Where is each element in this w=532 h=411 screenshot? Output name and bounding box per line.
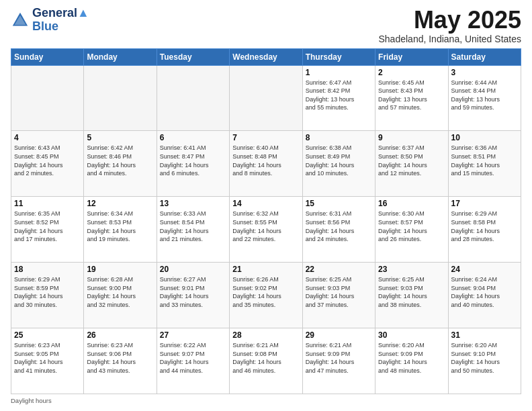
calendar-cell: 18Sunrise: 6:29 AM Sunset: 8:59 PM Dayli…	[11, 263, 84, 328]
day-number: 21	[232, 265, 299, 274]
calendar-cell: 8Sunrise: 6:38 AM Sunset: 8:49 PM Daylig…	[302, 131, 375, 197]
day-info: Sunrise: 6:43 AM Sunset: 8:45 PM Dayligh…	[14, 144, 81, 177]
day-info: Sunrise: 6:42 AM Sunset: 8:46 PM Dayligh…	[87, 144, 153, 177]
calendar-cell: 17Sunrise: 6:29 AM Sunset: 8:58 PM Dayli…	[448, 197, 521, 263]
calendar-week-2: 4Sunrise: 6:43 AM Sunset: 8:45 PM Daylig…	[11, 131, 521, 197]
day-info: Sunrise: 6:35 AM Sunset: 8:52 PM Dayligh…	[14, 210, 81, 243]
day-number: 22	[306, 265, 372, 274]
calendar-cell	[11, 65, 84, 131]
calendar-cell: 6Sunrise: 6:41 AM Sunset: 8:47 PM Daylig…	[157, 131, 229, 197]
day-info: Sunrise: 6:28 AM Sunset: 9:00 PM Dayligh…	[87, 275, 153, 309]
calendar-week-3: 11Sunrise: 6:35 AM Sunset: 8:52 PM Dayli…	[11, 197, 521, 263]
day-number: 17	[451, 199, 518, 208]
day-number: 9	[378, 133, 445, 142]
day-number: 7	[232, 133, 299, 142]
day-number: 28	[232, 330, 299, 340]
calendar-week-1: 1Sunrise: 6:47 AM Sunset: 8:42 PM Daylig…	[11, 65, 521, 131]
calendar-cell: 30Sunrise: 6:20 AM Sunset: 9:09 PM Dayli…	[375, 328, 448, 394]
calendar-cell: 14Sunrise: 6:32 AM Sunset: 8:55 PM Dayli…	[230, 197, 302, 263]
day-number: 8	[306, 133, 372, 142]
calendar-header-saturday: Saturday	[448, 48, 521, 65]
day-number: 6	[160, 133, 226, 142]
day-info: Sunrise: 6:20 AM Sunset: 9:10 PM Dayligh…	[451, 341, 518, 375]
day-info: Sunrise: 6:38 AM Sunset: 8:49 PM Dayligh…	[306, 144, 372, 177]
logo-text: General▲ Blue	[32, 7, 89, 34]
title-block: May 2025 Shadeland, Indiana, United Stat…	[379, 7, 522, 44]
day-info: Sunrise: 6:22 AM Sunset: 9:07 PM Dayligh…	[160, 341, 226, 375]
calendar-header-monday: Monday	[84, 48, 157, 65]
day-number: 27	[160, 330, 226, 340]
logo: General▲ Blue	[11, 7, 89, 34]
day-info: Sunrise: 6:25 AM Sunset: 9:03 PM Dayligh…	[378, 275, 445, 309]
calendar-cell: 1Sunrise: 6:47 AM Sunset: 8:42 PM Daylig…	[302, 65, 375, 131]
header: General▲ Blue May 2025 Shadeland, Indian…	[11, 7, 521, 44]
day-number: 23	[378, 265, 445, 274]
calendar-cell: 2Sunrise: 6:45 AM Sunset: 8:43 PM Daylig…	[375, 65, 448, 131]
day-info: Sunrise: 6:31 AM Sunset: 8:56 PM Dayligh…	[306, 210, 372, 243]
day-number: 1	[306, 68, 372, 77]
day-info: Sunrise: 6:21 AM Sunset: 9:08 PM Dayligh…	[232, 341, 299, 375]
day-number: 15	[306, 199, 372, 208]
day-info: Sunrise: 6:34 AM Sunset: 8:53 PM Dayligh…	[87, 210, 153, 243]
logo-icon	[11, 11, 30, 30]
day-number: 29	[306, 330, 372, 340]
calendar-cell: 19Sunrise: 6:28 AM Sunset: 9:00 PM Dayli…	[84, 263, 157, 328]
day-number: 2	[378, 68, 445, 77]
calendar-cell: 4Sunrise: 6:43 AM Sunset: 8:45 PM Daylig…	[11, 131, 84, 197]
calendar-cell: 13Sunrise: 6:33 AM Sunset: 8:54 PM Dayli…	[157, 197, 229, 263]
day-number: 3	[451, 68, 518, 77]
day-number: 20	[160, 265, 226, 274]
calendar-cell: 20Sunrise: 6:27 AM Sunset: 9:01 PM Dayli…	[157, 263, 229, 328]
day-info: Sunrise: 6:24 AM Sunset: 9:04 PM Dayligh…	[451, 275, 518, 309]
calendar-cell: 7Sunrise: 6:40 AM Sunset: 8:48 PM Daylig…	[230, 131, 302, 197]
calendar-cell	[230, 65, 302, 131]
day-info: Sunrise: 6:40 AM Sunset: 8:48 PM Dayligh…	[232, 144, 299, 177]
calendar-cell: 5Sunrise: 6:42 AM Sunset: 8:46 PM Daylig…	[84, 131, 157, 197]
calendar-cell: 27Sunrise: 6:22 AM Sunset: 9:07 PM Dayli…	[157, 328, 229, 394]
day-info: Sunrise: 6:29 AM Sunset: 8:58 PM Dayligh…	[451, 210, 518, 243]
day-number: 4	[14, 133, 81, 142]
page: General▲ Blue May 2025 Shadeland, Indian…	[0, 0, 532, 411]
calendar-cell: 15Sunrise: 6:31 AM Sunset: 8:56 PM Dayli…	[302, 197, 375, 263]
subtitle: Shadeland, Indiana, United States	[379, 34, 522, 44]
day-info: Sunrise: 6:45 AM Sunset: 8:43 PM Dayligh…	[378, 79, 445, 112]
day-info: Sunrise: 6:26 AM Sunset: 9:02 PM Dayligh…	[232, 275, 299, 309]
day-number: 5	[87, 133, 153, 142]
day-number: 16	[378, 199, 445, 208]
calendar-cell: 26Sunrise: 6:23 AM Sunset: 9:06 PM Dayli…	[84, 328, 157, 394]
calendar-cell	[157, 65, 229, 131]
day-info: Sunrise: 6:23 AM Sunset: 9:06 PM Dayligh…	[87, 341, 153, 375]
calendar-table: SundayMondayTuesdayWednesdayThursdayFrid…	[11, 48, 521, 394]
day-info: Sunrise: 6:20 AM Sunset: 9:09 PM Dayligh…	[378, 341, 445, 375]
calendar-cell: 31Sunrise: 6:20 AM Sunset: 9:10 PM Dayli…	[448, 328, 521, 394]
calendar-cell: 9Sunrise: 6:37 AM Sunset: 8:50 PM Daylig…	[375, 131, 448, 197]
day-number: 31	[451, 330, 518, 340]
day-info: Sunrise: 6:36 AM Sunset: 8:51 PM Dayligh…	[451, 144, 518, 177]
calendar-cell: 24Sunrise: 6:24 AM Sunset: 9:04 PM Dayli…	[448, 263, 521, 328]
calendar-cell: 28Sunrise: 6:21 AM Sunset: 9:08 PM Dayli…	[230, 328, 302, 394]
day-info: Sunrise: 6:21 AM Sunset: 9:09 PM Dayligh…	[306, 341, 372, 375]
footer-text: Daylight hours	[11, 397, 52, 404]
day-number: 24	[451, 265, 518, 274]
day-info: Sunrise: 6:25 AM Sunset: 9:03 PM Dayligh…	[306, 275, 372, 309]
calendar-header-thursday: Thursday	[302, 48, 375, 65]
day-info: Sunrise: 6:37 AM Sunset: 8:50 PM Dayligh…	[378, 144, 445, 177]
calendar-header-row: SundayMondayTuesdayWednesdayThursdayFrid…	[11, 48, 521, 65]
calendar-header-tuesday: Tuesday	[157, 48, 229, 65]
calendar-header-wednesday: Wednesday	[230, 48, 302, 65]
calendar-cell: 10Sunrise: 6:36 AM Sunset: 8:51 PM Dayli…	[448, 131, 521, 197]
day-info: Sunrise: 6:23 AM Sunset: 9:05 PM Dayligh…	[14, 341, 81, 375]
day-number: 19	[87, 265, 153, 274]
day-number: 25	[14, 330, 81, 340]
day-info: Sunrise: 6:32 AM Sunset: 8:55 PM Dayligh…	[232, 210, 299, 243]
day-info: Sunrise: 6:41 AM Sunset: 8:47 PM Dayligh…	[160, 144, 226, 177]
day-info: Sunrise: 6:47 AM Sunset: 8:42 PM Dayligh…	[306, 79, 372, 112]
calendar-header-sunday: Sunday	[11, 48, 84, 65]
day-number: 11	[14, 199, 81, 208]
day-info: Sunrise: 6:33 AM Sunset: 8:54 PM Dayligh…	[160, 210, 226, 243]
day-info: Sunrise: 6:27 AM Sunset: 9:01 PM Dayligh…	[160, 275, 226, 309]
calendar-cell: 29Sunrise: 6:21 AM Sunset: 9:09 PM Dayli…	[302, 328, 375, 394]
day-info: Sunrise: 6:44 AM Sunset: 8:44 PM Dayligh…	[451, 79, 518, 112]
calendar-cell: 22Sunrise: 6:25 AM Sunset: 9:03 PM Dayli…	[302, 263, 375, 328]
day-number: 30	[378, 330, 445, 340]
